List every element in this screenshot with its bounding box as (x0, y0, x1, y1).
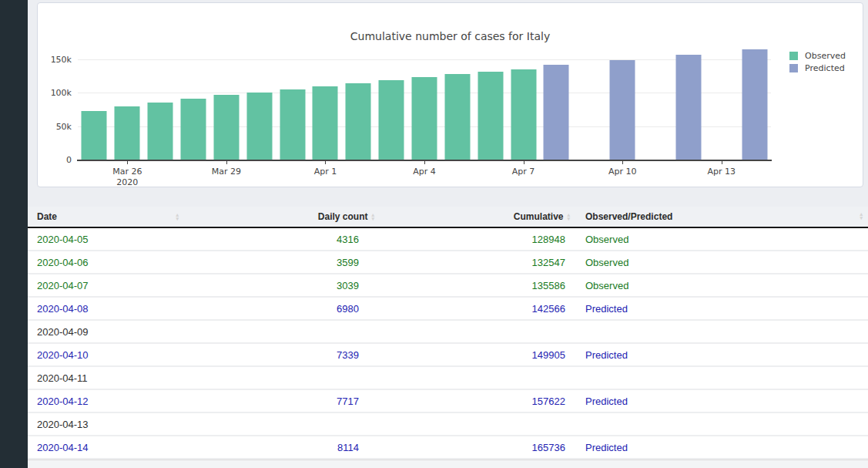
cell-date: 2020-04-10 (28, 349, 185, 361)
column-header-date[interactable]: Date ▴▾ (28, 207, 185, 227)
observed-bar-2020-04-01 (313, 86, 338, 160)
cell-date: 2020-04-11 (28, 372, 185, 384)
observed-predicted-header-label: Observed/Predicted (585, 211, 672, 222)
cell-date: 2020-04-13 (28, 419, 185, 430)
cell-date: 2020-04-12 (28, 396, 185, 407)
predicted-bar-2020-04-14 (742, 49, 767, 160)
column-header-daily-count[interactable]: Daily count ▴▾ (185, 207, 379, 227)
predicted-bar-2020-04-12 (675, 55, 701, 160)
chart-slot-2020-04-07: Apr 7 (507, 45, 540, 160)
cell-observed-predicted: Observed (575, 234, 868, 245)
cell-observed-predicted: Predicted (575, 303, 868, 315)
predicted-legend-label: Predicted (805, 63, 845, 73)
observed-bar-2020-04-05 (444, 74, 470, 160)
x-tick-label: Apr 13 (707, 167, 736, 177)
table-row-2020-04-09: 2020-04-09 (28, 321, 868, 344)
cell-daily-count: 7717 (185, 396, 379, 407)
y-tick-label: 50k (33, 122, 72, 132)
table-row-2020-04-10: 2020-04-107339149905Predicted (28, 344, 868, 367)
x-tick-label: Mar 29 (212, 167, 241, 177)
cell-date: 2020-04-07 (28, 280, 185, 291)
chart-slot-2020-04-10: Apr 10 (606, 45, 639, 160)
predicted-bar-2020-04-08 (544, 65, 569, 160)
predicted-legend-swatch (789, 64, 798, 72)
sort-icon[interactable]: ▴▾ (567, 213, 570, 221)
legend-item-observed[interactable]: Observed (789, 51, 846, 61)
sort-icon[interactable]: ▴▾ (176, 213, 179, 221)
daily-count-header-label: Daily count (318, 211, 368, 222)
predicted-bar-2020-04-10 (610, 60, 635, 160)
chart-slot-2020-04-05 (441, 45, 474, 160)
table-row-2020-04-13: 2020-04-13 (28, 413, 868, 436)
chart-slot-2020-04-04: Apr 4 (408, 45, 441, 160)
observed-bar-2020-03-26 (115, 106, 140, 160)
cell-observed-predicted: Observed (575, 280, 868, 291)
table-row-2020-04-11: 2020-04-11 (28, 367, 868, 390)
cell-date: 2020-04-05 (28, 234, 185, 245)
cases-table: Date ▴▾ Daily count ▴▾ Cumulative ▴▾ Obs… (28, 207, 868, 468)
observed-legend-swatch (789, 52, 798, 60)
chart-slot-2020-04-13: Apr 13 (705, 45, 738, 160)
left-nav-sidebar[interactable] (0, 0, 28, 468)
chart-slot-2020-04-03 (375, 45, 408, 160)
chart-bars: Mar 262020Mar 29Apr 1Apr 4Apr 7Apr 10Apr… (78, 45, 771, 160)
observed-bar-2020-03-31 (280, 89, 305, 160)
cell-cumulative: 149905 (379, 349, 575, 361)
table-row-2020-04-08: 2020-04-086980142566Predicted (28, 298, 868, 321)
chart-slot-2020-03-27 (144, 45, 177, 160)
cell-observed-predicted: Predicted (575, 396, 868, 407)
table-row-2020-04-06: 2020-04-063599132547Observed (28, 251, 868, 274)
cell-cumulative: 157622 (379, 396, 575, 407)
table-row-2020-04-14: 2020-04-148114165736Predicted (28, 436, 868, 460)
column-header-observed-predicted[interactable]: Observed/Predicted (575, 207, 868, 227)
cell-date: 2020-04-06 (28, 257, 185, 268)
chart-title: Cumulative number of cases for Italy (38, 30, 863, 42)
cell-daily-count: 6980 (185, 303, 379, 315)
date-header-label: Date (37, 211, 57, 222)
sort-icon[interactable]: ▴▾ (371, 213, 374, 221)
y-tick-label: 150k (33, 55, 72, 65)
x-tick-label: Mar 262020 (112, 167, 142, 188)
cell-date: 2020-04-08 (28, 303, 185, 315)
table-row-2020-04-05: 2020-04-054316128948Observed (28, 228, 868, 251)
observed-bar-2020-03-27 (148, 103, 173, 160)
observed-bar-2020-03-30 (246, 93, 272, 160)
cell-date: 2020-04-14 (28, 442, 185, 453)
chart-slot-2020-03-29: Mar 29 (209, 45, 243, 160)
chart-slot-2020-03-28 (177, 45, 210, 160)
chart-slot-2020-03-25 (78, 45, 111, 160)
observed-bar-2020-04-02 (346, 83, 371, 160)
cell-date: 2020-04-09 (28, 326, 185, 338)
app-window: Cumulative number of cases for Italy Mar… (0, 0, 868, 468)
observed-legend-label: Observed (805, 51, 846, 61)
x-tick-label: Apr 7 (512, 167, 535, 177)
chart-slot-2020-03-30 (243, 45, 276, 160)
cell-observed-predicted: Predicted (575, 349, 868, 361)
chart-slot-2020-04-09 (573, 45, 606, 160)
legend-item-predicted[interactable]: Predicted (789, 63, 846, 73)
chart-legend: Observed Predicted (789, 51, 846, 76)
chart-slot-2020-04-01: Apr 1 (309, 45, 342, 160)
column-header-cumulative[interactable]: Cumulative ▴▾ (379, 207, 575, 227)
x-axis-line (77, 160, 772, 161)
main-content: Cumulative number of cases for Italy Mar… (28, 0, 868, 468)
sort-icon[interactable]: ▴▾ (860, 212, 863, 220)
cell-cumulative: 165736 (379, 442, 575, 453)
cell-daily-count: 4316 (185, 234, 379, 245)
x-tick-label: Apr 1 (314, 167, 337, 177)
cell-cumulative: 132547 (379, 257, 575, 268)
cell-daily-count: 7339 (185, 349, 379, 361)
observed-bar-2020-03-25 (82, 111, 107, 160)
bar-chart-plot-area: Mar 262020Mar 29Apr 1Apr 4Apr 7Apr 10Apr… (78, 45, 771, 160)
cell-daily-count: 3039 (185, 280, 379, 291)
cell-daily-count: 3599 (185, 257, 379, 268)
observed-bar-2020-03-29 (213, 95, 239, 160)
cell-cumulative: 135586 (379, 280, 575, 291)
chart-slot-2020-04-02 (342, 45, 375, 160)
table-body: 2020-04-054316128948Observed2020-04-0635… (28, 228, 868, 460)
cell-cumulative: 142566 (379, 303, 575, 315)
table-next-row-cutoff (28, 460, 868, 468)
observed-bar-2020-04-03 (379, 80, 404, 160)
chart-slot-2020-04-12 (672, 45, 705, 160)
cell-daily-count: 8114 (185, 442, 379, 453)
